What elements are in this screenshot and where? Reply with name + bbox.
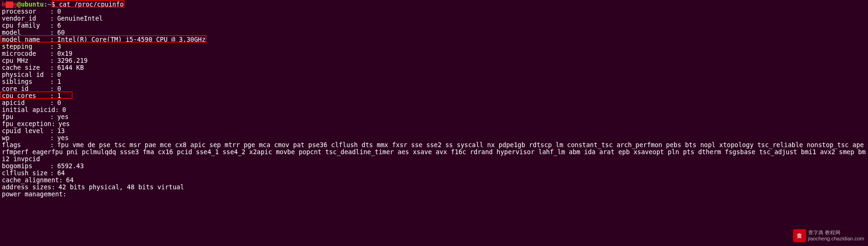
value-fpu-exception: yes xyxy=(59,120,70,127)
value-cache-size: 6144 KB xyxy=(57,64,84,71)
sep: : xyxy=(63,191,66,198)
sep: : xyxy=(50,15,54,22)
value-processor: 0 xyxy=(57,8,61,15)
sep: : xyxy=(50,127,54,134)
sep: : xyxy=(50,85,54,92)
value-cpu-cores: 1 xyxy=(57,92,61,99)
value-cpu-family: 6 xyxy=(57,22,61,29)
label-initial-apicid: initial apicid xyxy=(2,106,55,113)
row-core-id: core id:0 xyxy=(2,85,866,92)
label-cpu-mhz: cpu MHz xyxy=(2,57,50,64)
label-bogomips: bogomips xyxy=(2,163,50,170)
label-model-name: model name xyxy=(2,36,50,43)
watermark-text: 查字典 教程网 jiaocheng.chazidian.com xyxy=(808,230,864,242)
label-physical-id: physical id xyxy=(2,71,50,78)
row-cpu-family: cpu family:6 xyxy=(2,22,866,29)
row-initial-apicid: initial apicid:0 xyxy=(2,106,866,113)
command-text[interactable]: cat /proc/cpuinfo xyxy=(59,1,124,8)
value-core-id: 0 xyxy=(57,85,61,92)
sep: : xyxy=(50,134,54,142)
row-fpu: fpu:yes xyxy=(2,113,866,120)
sep: : xyxy=(50,43,54,50)
value-model: 60 xyxy=(57,29,65,36)
row-siblings: siblings:1 xyxy=(2,78,866,85)
value-cpu-mhz: 3296.219 xyxy=(57,57,88,64)
row-bogomips: bogomips:6592.43 xyxy=(2,163,866,170)
value-wp: yes xyxy=(57,134,68,142)
label-cpu-family: cpu family xyxy=(2,22,50,29)
label-fpu-exception: fpu_exception xyxy=(2,120,51,127)
sep: : xyxy=(50,163,54,170)
sep: : xyxy=(50,170,54,177)
prompt-space xyxy=(55,1,59,8)
prompt-path: ~ xyxy=(48,1,51,8)
prompt-colon: : xyxy=(44,1,47,8)
row-fpu-exception: fpu_exception:yes xyxy=(2,120,866,127)
label-vendor-id: vendor_id xyxy=(2,15,50,22)
label-model: model xyxy=(2,29,50,36)
prompt-dollar: $ xyxy=(51,1,55,8)
sep: : xyxy=(50,92,54,99)
row-physical-id: physical id:0 xyxy=(2,71,866,78)
sep: : xyxy=(50,22,54,29)
value-bogomips: 6592.43 xyxy=(57,163,84,170)
row-wp: wp:yes xyxy=(2,134,866,142)
sep: : xyxy=(50,8,54,15)
label-stepping: stepping xyxy=(2,43,50,50)
value-fpu: yes xyxy=(57,113,68,120)
value-stepping: 3 xyxy=(57,43,61,50)
sep: : xyxy=(50,142,54,149)
watermark-line2: jiaocheng.chazidian.com xyxy=(808,236,864,242)
label-flags: flags xyxy=(2,142,50,149)
value-siblings: 1 xyxy=(57,78,61,85)
row-stepping: stepping:3 xyxy=(2,43,866,50)
label-core-id: core id xyxy=(2,85,50,92)
row-processor: processor:0 xyxy=(2,8,866,15)
label-cpuid-level: cpuid level xyxy=(2,127,50,134)
sep: : xyxy=(50,64,54,71)
label-siblings: siblings xyxy=(2,78,50,85)
sep: : xyxy=(50,78,54,85)
row-microcode: microcode:0x19 xyxy=(2,50,866,57)
label-microcode: microcode xyxy=(2,50,50,57)
label-clflush-size: clflush size xyxy=(2,170,50,177)
sep: : xyxy=(50,99,54,106)
watermark-logo-icon: 查 xyxy=(793,229,806,242)
label-processor: processor xyxy=(2,8,50,15)
row-vendor-id: vendor_id:GenuineIntel xyxy=(2,15,866,22)
row-cache-alignment: cache_alignment:64 xyxy=(2,177,866,184)
sep: : xyxy=(50,57,54,64)
sep: : xyxy=(50,29,54,36)
value-clflush-size: 64 xyxy=(57,170,65,177)
watermark-line1: 查字典 教程网 xyxy=(808,230,864,236)
label-apicid: apicid xyxy=(2,99,50,106)
sep: : xyxy=(55,106,59,113)
value-vendor-id: GenuineIntel xyxy=(57,15,103,22)
row-address-sizes: address sizes:42 bits physical, 48 bits … xyxy=(2,184,866,191)
row-cpu-cores: cpu cores:1 xyxy=(2,92,866,99)
label-cache-size: cache size xyxy=(2,64,50,71)
row-model: model:60 xyxy=(2,29,866,36)
value-initial-apicid: 0 xyxy=(62,106,66,113)
row-cpu-mhz: cpu MHz:3296.219 xyxy=(2,57,866,64)
label-wp: wp xyxy=(2,134,50,142)
label-cache-alignment: cache_alignment xyxy=(2,177,59,184)
sep: : xyxy=(50,113,54,120)
sep: : xyxy=(50,71,54,78)
value-cpuid-level: 13 xyxy=(57,127,65,134)
sep: : xyxy=(50,50,54,57)
sep: : xyxy=(50,36,54,43)
value-apicid: 0 xyxy=(57,99,61,106)
row-power-management: power management: xyxy=(2,191,866,198)
row-cpuid-level: cpuid level:13 xyxy=(2,127,866,134)
sep: : xyxy=(51,184,55,191)
label-power-management: power management xyxy=(2,191,63,198)
value-physical-id: 0 xyxy=(57,71,61,78)
label-fpu: fpu xyxy=(2,113,50,120)
watermark: 查 查字典 教程网 jiaocheng.chazidian.com xyxy=(793,229,864,242)
row-flags: flags:fpu vme de pse tsc msr pae mce cx8… xyxy=(2,142,866,163)
value-address-sizes: 42 bits physical, 48 bits virtual xyxy=(59,184,184,191)
value-flags: fpu vme de pse tsc msr pae mce cx8 apic … xyxy=(2,141,866,163)
row-clflush-size: clflush size:64 xyxy=(2,170,866,177)
value-microcode: 0x19 xyxy=(57,50,73,57)
